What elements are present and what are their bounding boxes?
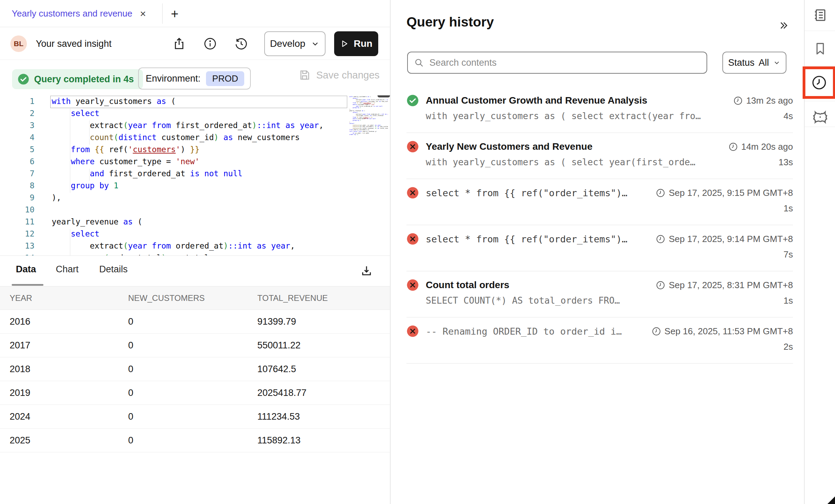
history-item[interactable]: Yearly New Customers and Revenue14m 20s …: [406, 133, 793, 179]
history-item[interactable]: select * from {{ ref("order_items")…Sep …: [406, 179, 793, 225]
query-history-rail-button-highlighted[interactable]: [803, 66, 835, 99]
table-cell: 0: [128, 340, 257, 351]
history-item-duration: 1s: [784, 295, 793, 306]
error-icon: [406, 279, 419, 291]
rail-separator: [805, 66, 835, 66]
tab-details[interactable]: Details: [99, 264, 128, 275]
collapse-panel-button[interactable]: [776, 18, 791, 33]
history-item-header: select * from {{ ref("order_items")…Sep …: [406, 232, 793, 246]
develop-dropdown[interactable]: Develop: [264, 31, 326, 56]
code-line: yearly_revenue as (: [52, 216, 348, 228]
history-item-timestamp: Sep 17, 2025, 9:14 PM GMT+8: [656, 234, 793, 244]
line-number: 6: [0, 156, 34, 168]
tab-data[interactable]: Data: [16, 264, 36, 275]
history-item-duration: 2s: [784, 342, 793, 352]
editor-minimap[interactable]: with yearly_customers as ( select extrac…: [349, 96, 388, 254]
double-chevron-right-icon: [777, 20, 789, 31]
status-filter-label: Status: [728, 57, 755, 68]
line-number: 9: [0, 192, 34, 204]
close-tab-icon[interactable]: ×: [140, 9, 146, 19]
rail-separator: [805, 101, 835, 101]
query-status-text: Query completed in 4s: [34, 74, 134, 85]
toolbar: BL Your saved insight Develop: [0, 27, 390, 60]
sql-editor[interactable]: 1234567891011121314151617181920212223242…: [0, 95, 390, 255]
minimap-line: order by 1;: [349, 134, 388, 136]
history-item-preview: with yearly_customers as ( select extrac…: [426, 111, 701, 121]
lineage-panel-button[interactable]: [805, 102, 835, 132]
notebook-panel-button[interactable]: [805, 0, 835, 30]
table-cell: 0: [128, 411, 257, 422]
history-item-timestamp: Sep 16, 2025, 11:53 PM GMT+8: [652, 326, 793, 337]
history-item[interactable]: -- Renaming ORDER_ID to order_id i…Sep 1…: [406, 317, 793, 364]
code-content[interactable]: with yearly_customers as ( select extrac…: [52, 95, 348, 255]
share-button[interactable]: [171, 35, 187, 52]
code-line: group by 1: [52, 180, 348, 192]
chevron-down-icon: [773, 59, 781, 66]
status-badge: [406, 94, 419, 107]
download-results-button[interactable]: [358, 263, 375, 279]
pinwheel-icon: [812, 109, 828, 125]
history-item-duration: 13s: [779, 157, 793, 168]
table-cell: 2024: [0, 411, 128, 422]
tab-chart[interactable]: Chart: [56, 264, 79, 275]
history-item-timestamp: Sep 17, 2025, 8:31 PM GMT+8: [656, 280, 793, 291]
environment-dropdown[interactable]: Environment: PROD: [138, 67, 251, 90]
environment-value-chip: PROD: [206, 71, 244, 86]
line-number: 1: [0, 95, 34, 107]
search-input[interactable]: [429, 57, 700, 68]
history-item[interactable]: Count total ordersSep 17, 2025, 8:31 PM …: [406, 271, 793, 317]
table-row: 20180107642.5: [0, 357, 390, 381]
develop-label: Develop: [270, 38, 306, 49]
line-number: 7: [0, 168, 34, 180]
error-icon: [406, 325, 419, 337]
history-item-duration: 4s: [784, 111, 793, 122]
history-item[interactable]: Annual Customer Growth and Revenue Analy…: [406, 87, 793, 133]
info-icon: [203, 37, 217, 51]
environment-label: Environment:: [146, 73, 200, 84]
history-item-timestamp: 13m 2s ago: [733, 95, 793, 106]
info-button[interactable]: [202, 35, 218, 52]
column-header-new-customers: NEW_CUSTOMERS: [128, 293, 257, 303]
code-line: [52, 204, 348, 216]
line-number: 2: [0, 107, 34, 119]
code-line: with yearly_customers as (: [52, 95, 348, 107]
status-filter-dropdown[interactable]: Status All: [722, 52, 786, 74]
status-badge: [406, 325, 419, 337]
history-search[interactable]: [407, 52, 707, 74]
right-icon-rail: [804, 0, 835, 504]
column-header-year: YEAR: [0, 293, 128, 303]
saved-insight-label: Your saved insight: [36, 39, 112, 49]
table-cell: 2025: [0, 435, 128, 446]
results-tab-bar: Data Chart Details: [0, 256, 390, 286]
history-item-title: select * from {{ ref("order_items")…: [426, 188, 627, 198]
tab-bar: Yearly customers and revenue × +: [0, 0, 390, 27]
editor-scrollbar[interactable]: [378, 95, 390, 97]
tab-yearly-customers[interactable]: Yearly customers and revenue ×: [0, 0, 155, 27]
history-item-preview: SELECT COUNT(*) AS total_orders FRO…: [426, 295, 620, 306]
history-item-header: Annual Customer Growth and Revenue Analy…: [406, 94, 793, 107]
column-header-total-revenue: TOTAL_REVENUE: [257, 293, 388, 303]
history-item-detail: with yearly_customers as ( select extrac…: [406, 111, 793, 122]
code-line: select: [52, 107, 348, 119]
new-tab-button[interactable]: +: [168, 7, 182, 21]
status-badge: [406, 279, 419, 291]
table-body: 2016091399.7920170550011.2220180107642.5…: [0, 310, 390, 452]
run-button[interactable]: Run: [334, 31, 378, 56]
active-tab-indicator: [12, 284, 43, 286]
table-row: 2016091399.79: [0, 310, 390, 334]
bookmarks-panel-button[interactable]: [805, 34, 835, 64]
bookmark-icon: [813, 41, 828, 56]
clock-icon: [656, 188, 665, 198]
version-history-button[interactable]: [233, 35, 249, 52]
editor-pane: Yearly customers and revenue × + BL Your…: [0, 0, 390, 504]
table-cell: 0: [128, 435, 257, 446]
code-line: sum(order_total) as total_revenue: [52, 252, 348, 255]
status-badge: [406, 233, 419, 245]
save-changes-button[interactable]: Save changes: [298, 69, 380, 81]
table-row: 20170550011.22: [0, 334, 390, 357]
table-cell: 111234.53: [257, 411, 388, 422]
clock-icon: [729, 142, 738, 151]
history-item-detail: 2s: [406, 342, 793, 352]
history-item[interactable]: select * from {{ ref("order_items")…Sep …: [406, 225, 793, 271]
table-cell: 2018: [0, 364, 128, 375]
